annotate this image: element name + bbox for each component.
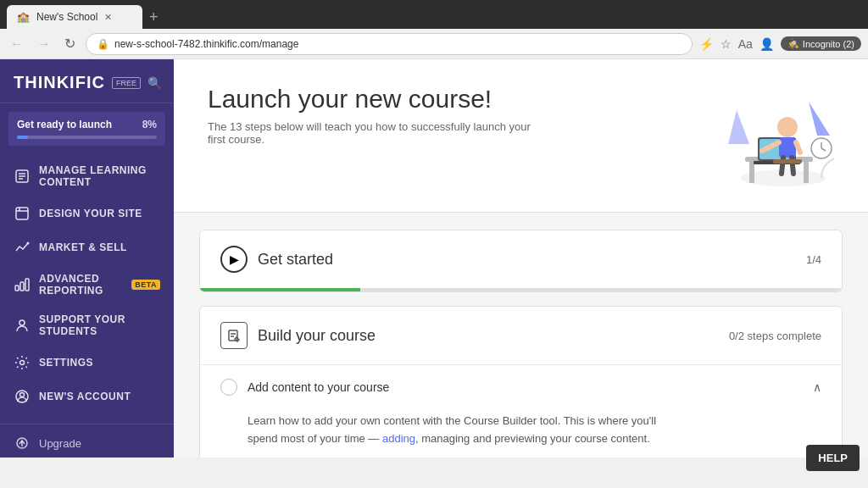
get-started-header-left: ▶ Get started [220,246,333,273]
launch-progress-fill [17,136,28,139]
svg-line-31 [796,142,800,152]
tab-close-btn[interactable]: ✕ [104,12,112,23]
sidebar-item-upgrade[interactable]: Upgrade [0,428,174,458]
back-btn[interactable]: ← [7,35,27,53]
tab-title: New's School [36,11,97,23]
settings-label: SETTINGS [39,357,93,369]
upgrade-icon [14,435,31,452]
logo-text: THINKIFIC [14,73,105,92]
svg-rect-24 [804,162,809,183]
news-account-label: NEW'S ACCOUNT [39,391,131,402]
sidebar-item-settings[interactable]: SETTINGS [0,346,174,380]
get-started-progress: 1/4 [806,253,821,266]
svg-point-7 [27,242,30,245]
svg-rect-9 [20,282,24,291]
launch-progress-bg [17,136,157,139]
tab-bar: 🏫 New's School ✕ + [0,0,868,29]
svg-rect-8 [15,286,19,291]
help-button[interactable]: HELP [806,445,860,471]
support-students-label: SUPPORT YOUR STUDENTS [39,313,160,337]
svg-point-28 [777,117,798,137]
build-course-title: Build your course [258,327,376,345]
build-course-header[interactable]: Build your course 0/2 steps complete [200,307,842,364]
active-tab[interactable]: 🏫 New's School ✕ [7,5,142,29]
launch-label: Get ready to launch 8% [17,119,157,130]
launch-percent: 8% [142,119,157,130]
manage-learning-label: MANAGE LEARNING CONTENT [39,164,160,188]
sidebar-bottom: Upgrade My training ↗ Help center ↗ [0,428,174,458]
incognito-badge[interactable]: 🕵️ Incognito (2) [781,36,861,51]
nav-bar: ← → ↻ 🔒 new-s-school-7482.thinkific.com/… [0,29,868,59]
logo-badge: FREE [112,77,141,89]
adding-link[interactable]: adding [382,432,415,445]
sidebar-item-news-account[interactable]: NEW'S ACCOUNT [0,380,174,413]
svg-rect-4 [16,208,28,219]
get-started-header[interactable]: ▶ Get started 1/4 [200,230,842,288]
build-course-progress: 0/2 steps complete [729,330,821,342]
add-content-body: Learn how to add your own content with t… [200,409,842,458]
sidebar-item-market-sell[interactable]: MARKET & SELL [0,230,174,264]
add-content-sub-header[interactable]: Add content to your course ∧ [200,365,842,409]
app-container: THINKIFIC FREE 🔍 Get ready to launch 8% … [0,59,868,458]
sidebar-item-design-site[interactable]: DESIGN YOUR SITE [0,197,174,230]
new-tab-btn[interactable]: + [142,5,165,29]
support-students-icon [14,317,31,334]
get-started-play-icon: ▶ [220,246,248,273]
svg-point-14 [20,393,25,397]
svg-marker-36 [728,110,749,144]
url-text: new-s-school-7482.thinkific.com/manage [114,38,682,50]
get-started-card: ▶ Get started 1/4 [199,230,843,292]
sidebar-item-manage-learning[interactable]: MANAGE LEARNING CONTENT [0,156,174,197]
upgrade-label: Upgrade [39,437,81,450]
add-content-sub-left: Add content to your course [220,379,389,396]
hero-subtitle: The 13 steps below will teach you how to… [208,120,547,146]
address-bar[interactable]: 🔒 new-s-school-7482.thinkific.com/manage [86,33,693,55]
translate-icon[interactable]: Aa [738,37,753,51]
svg-rect-23 [749,162,754,183]
svg-marker-35 [809,102,830,136]
add-content-check [220,379,237,396]
tab-favicon: 🏫 [17,11,30,23]
get-started-title: Get started [258,251,333,269]
add-content-desc: Learn how to add your own content with t… [248,413,821,448]
launch-banner[interactable]: Get ready to launch 8% [8,112,165,146]
add-content-sub-card: Add content to your course ∧ Learn how t… [200,364,842,458]
svg-rect-40 [229,330,237,341]
svg-point-11 [19,320,25,325]
design-site-label: DESIGN YOUR SITE [39,208,142,219]
add-content-title: Add content to your course [248,380,389,394]
settings-icon [14,354,31,371]
sidebar-item-support-students[interactable]: SUPPORT YOUR STUDENTS [0,305,174,346]
beta-badge: BETA [131,280,160,290]
extensions-icon: ⚡ [699,37,714,51]
lock-icon: 🔒 [97,38,109,50]
advanced-reporting-icon [14,276,31,293]
hero-banner: Launch your new course! The 13 steps bel… [174,59,868,213]
sidebar-item-advanced-reporting[interactable]: ADVANCED REPORTING BETA [0,264,174,305]
bookmark-icon[interactable]: ☆ [721,37,732,51]
hero-text: Launch your new course! The 13 steps bel… [208,85,698,146]
content-area: ▶ Get started 1/4 Build your cours [174,213,868,458]
svg-rect-29 [779,137,796,158]
svg-rect-34 [773,159,802,164]
get-started-progress-bar [200,288,842,291]
sidebar: THINKIFIC FREE 🔍 Get ready to launch 8% … [0,59,174,458]
svg-line-39 [821,148,826,151]
news-account-icon [14,388,31,405]
browser-nav-icons: ⚡ ☆ Aa 👤 🕵️ Incognito (2) [699,36,861,51]
profile-icon[interactable]: 👤 [760,37,774,51]
reload-btn[interactable]: ↻ [61,34,79,53]
hero-illustration [698,85,834,195]
advanced-reporting-label: ADVANCED REPORTING [39,273,123,297]
forward-btn[interactable]: → [34,35,54,53]
svg-point-12 [20,361,25,365]
market-sell-icon [14,239,31,256]
market-sell-label: MARKET & SELL [39,241,127,253]
main-content: Launch your new course! The 13 steps bel… [174,59,868,458]
incognito-icon: 🕵️ [787,38,799,49]
get-started-progress-fill [200,288,360,291]
sidebar-nav: MANAGE LEARNING CONTENT DESIGN YOUR SITE… [0,149,174,420]
build-course-card: Build your course 0/2 steps complete Add… [199,306,843,458]
search-icon[interactable]: 🔍 [147,76,162,90]
add-content-chevron: ∧ [813,380,821,394]
